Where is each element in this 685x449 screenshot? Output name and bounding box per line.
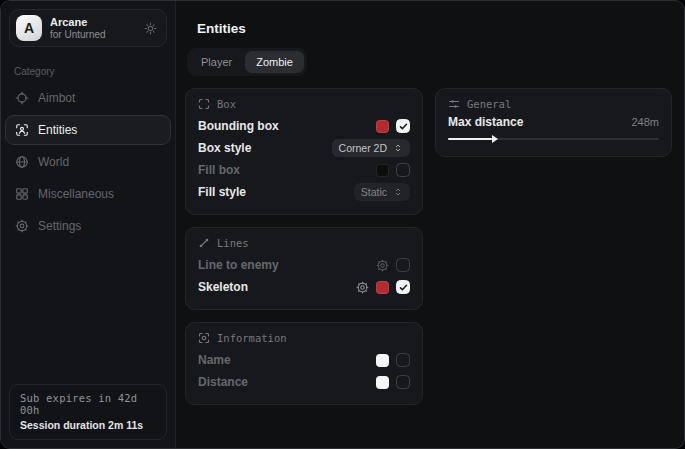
info-scan-icon [198, 332, 210, 344]
row-max-distance: Max distance 248m [448, 115, 659, 129]
color-swatch[interactable] [376, 376, 389, 389]
row-fill-style: Fill style Static [198, 181, 410, 203]
information-card: Information Name Distance [185, 322, 423, 405]
box-card: Box Bounding box Box style [185, 88, 423, 215]
chevrons-updown-icon [393, 143, 403, 153]
information-card-header: Information [198, 332, 410, 344]
main-panel: Entities Player Zombie Box Bounding box [176, 1, 684, 448]
slider-label: Max distance [448, 115, 523, 129]
color-swatch[interactable] [376, 120, 389, 133]
subscription-card: Sub expires in 42d 00h Session duration … [9, 384, 167, 440]
left-column: Box Bounding box Box style [185, 88, 423, 405]
tab-zombie[interactable]: Zombie [245, 51, 304, 73]
box-style-dropdown[interactable]: Corner 2D [332, 139, 410, 157]
checkbox[interactable] [396, 353, 410, 367]
color-swatch[interactable] [376, 164, 389, 177]
row-label: Line to enemy [198, 258, 279, 272]
entities-icon [15, 123, 29, 137]
session-duration-text: Session duration 2m 11s [20, 419, 156, 431]
row-label: Box style [198, 141, 251, 155]
globe-icon [15, 155, 29, 169]
row-settings-gear-icon[interactable] [376, 259, 389, 272]
chevrons-updown-icon [393, 187, 403, 197]
row-label: Bounding box [198, 119, 279, 133]
general-card-header: General [448, 98, 659, 110]
header-gear-icon[interactable] [144, 22, 157, 35]
box-card-header: Box [198, 98, 410, 110]
sub-expires-text: Sub expires in 42d 00h [20, 392, 156, 416]
row-bounding-box: Bounding box [198, 115, 410, 137]
right-column: General Max distance 248m [435, 88, 672, 157]
app-window: A Arcane for Unturned Category Aimbot [0, 0, 685, 449]
sidebar-item-miscellaneous[interactable]: Miscellaneous [5, 179, 171, 209]
lines-card-header: Lines [198, 237, 410, 249]
max-distance-slider[interactable] [448, 133, 659, 145]
row-distance: Distance [198, 371, 410, 393]
corners-icon [198, 98, 210, 110]
app-title-block: Arcane for Unturned [50, 16, 106, 41]
row-name: Name [198, 349, 410, 371]
row-fill-box: Fill box [198, 159, 410, 181]
sidebar-item-entities[interactable]: Entities [5, 115, 171, 145]
tab-player[interactable]: Player [190, 51, 243, 73]
page-title: Entities [197, 21, 672, 36]
color-swatch[interactable] [376, 354, 389, 367]
sidebar-item-aimbot[interactable]: Aimbot [5, 83, 171, 113]
row-label: Fill box [198, 163, 240, 177]
app-header: A Arcane for Unturned [9, 9, 167, 47]
row-label: Fill style [198, 185, 246, 199]
slider-thumb[interactable] [492, 135, 498, 143]
sidebar-item-label: Miscellaneous [38, 187, 114, 201]
sidebar-item-label: World [38, 155, 69, 169]
app-subtitle: for Unturned [50, 29, 106, 41]
sidebar-item-label: Settings [38, 219, 81, 233]
sidebar-item-label: Aimbot [38, 91, 75, 105]
entity-tabs: Player Zombie [187, 48, 307, 76]
checkbox[interactable] [396, 119, 410, 133]
sidebar-item-settings[interactable]: Settings [5, 211, 171, 241]
grid-icon [15, 187, 29, 201]
checkbox[interactable] [396, 280, 410, 294]
app-logo: A [16, 15, 42, 41]
crosshair-icon [15, 91, 29, 105]
dropdown-value: Static [361, 186, 387, 198]
row-line-to-enemy: Line to enemy [198, 254, 410, 276]
content-columns: Box Bounding box Box style [185, 88, 672, 405]
row-skeleton: Skeleton [198, 276, 410, 298]
slider-value: 248m [631, 116, 659, 128]
row-label: Distance [198, 375, 248, 389]
sliders-icon [448, 98, 460, 110]
row-label: Skeleton [198, 280, 248, 294]
fill-style-dropdown[interactable]: Static [354, 183, 410, 201]
checkbox[interactable] [396, 163, 410, 177]
card-title: Box [217, 98, 236, 110]
checkbox[interactable] [396, 258, 410, 272]
sidebar-item-label: Entities [38, 123, 77, 137]
category-label: Category [14, 66, 162, 77]
sidebar-nav: Aimbot Entities World Miscellaneous [1, 82, 175, 242]
card-title: Information [217, 332, 287, 344]
app-name: Arcane [50, 16, 106, 29]
lines-card: Lines Line to enemy [185, 227, 423, 310]
dropdown-value: Corner 2D [339, 142, 387, 154]
gear-icon [15, 219, 29, 233]
sidebar: A Arcane for Unturned Category Aimbot [1, 1, 176, 448]
general-card: General Max distance 248m [435, 88, 672, 157]
row-label: Name [198, 353, 231, 367]
checkbox[interactable] [396, 375, 410, 389]
row-settings-gear-icon[interactable] [356, 281, 369, 294]
card-title: Lines [217, 237, 249, 249]
color-swatch[interactable] [376, 281, 389, 294]
sidebar-item-world[interactable]: World [5, 147, 171, 177]
line-icon [198, 237, 210, 249]
row-box-style: Box style Corner 2D [198, 137, 410, 159]
slider-fill [448, 138, 492, 140]
card-title: General [467, 98, 511, 110]
